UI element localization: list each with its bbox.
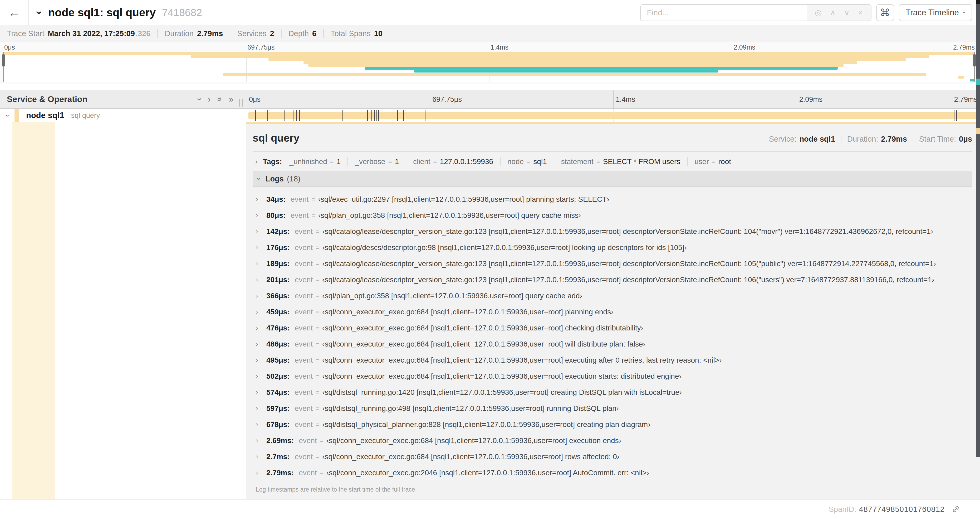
scrubber-handle[interactable] [973,54,976,67]
scrubber-handle[interactable] [2,54,5,67]
log-row[interactable]: ›574μs:event=‹sql/distsql_running.go:142… [256,384,972,400]
equals-sign: = [316,228,319,235]
stat-value: March 31 2022, 17:25:09 [48,29,135,38]
prev-result-icon[interactable]: ∧ [830,8,836,17]
log-timestamp: 476μs: [266,324,290,332]
log-marker[interactable] [378,110,379,121]
tags-accordion[interactable]: › Tags: _unfinished=1_verbose=1client=12… [253,152,972,171]
collapse-one-icon[interactable]: › [196,98,204,101]
log-expand-icon[interactable]: › [256,292,262,299]
tag-key: _unfinished [290,157,327,166]
span-detail-title: sql query [253,132,299,144]
log-field-value: ‹sql/catalog/lease/descriptor_version_st… [322,227,933,236]
log-row[interactable]: ›502μs:event=‹sql/conn_executor_exec.go:… [256,368,972,384]
trace-collapse-icon[interactable]: › [34,11,46,14]
locate-icon[interactable]: ◎ [815,8,822,17]
log-timestamp: 34μs: [266,195,286,204]
collapse-all-icon[interactable]: » [216,97,224,101]
log-marker[interactable] [425,110,425,121]
log-expand-icon[interactable]: › [256,341,262,347]
log-row[interactable]: ›176μs:event=‹sql/catalog/descs/descript… [256,240,972,256]
log-field-name: event [295,260,313,268]
view-options-button[interactable]: Trace Timeline › [899,4,972,21]
log-row[interactable]: ›459μs:event=‹sql/conn_executor_exec.go:… [256,304,972,320]
log-expand-icon[interactable]: › [256,276,262,283]
clear-search-icon[interactable]: × [858,8,863,17]
log-expand-icon[interactable]: › [256,469,262,476]
keyboard-shortcuts-button[interactable]: ⌘ [876,4,894,21]
expand-one-icon[interactable]: › [208,95,210,103]
log-timestamps-note: Log timestamps are relative to the start… [256,486,972,493]
log-expand-icon[interactable]: › [256,357,262,363]
log-marker[interactable] [397,110,398,121]
log-field-value: ‹sql/conn_executor_exec.go:684 [nsql1,cl… [322,356,722,364]
find-input[interactable] [641,5,807,21]
log-expand-icon[interactable]: › [256,244,262,251]
log-expand-icon[interactable]: › [256,454,262,460]
log-expand-icon[interactable]: › [256,373,262,380]
log-row[interactable]: ›2.7ms:event=‹sql/conn_executor_exec.go:… [256,449,972,465]
log-marker[interactable] [954,110,955,121]
log-marker[interactable] [293,110,293,121]
divider [406,157,406,166]
log-expand-icon[interactable]: › [256,389,262,396]
stat-label: Total Spans [331,29,371,38]
log-marker[interactable] [371,110,372,121]
log-marker[interactable] [255,110,256,121]
log-marker[interactable] [284,110,285,121]
log-row[interactable]: ›597μs:event=‹sql/distsql_running.go:498… [256,400,972,417]
log-field-name: event [295,340,313,348]
log-row[interactable]: ›366μs:event=‹sql/plan_opt.go:358 [nsql1… [256,288,972,304]
span-bar-area[interactable] [246,109,980,122]
log-expand-icon[interactable]: › [256,421,262,428]
equals-sign: = [433,158,437,166]
log-marker[interactable] [367,110,368,121]
log-marker[interactable] [342,110,343,121]
log-row[interactable]: ›495μs:event=‹sql/conn_executor_exec.go:… [256,352,972,368]
tag-value: SELECT * FROM users [603,157,681,166]
viewport-scrubber-right[interactable] [974,52,975,82]
back-button[interactable]: ← [0,0,29,25]
log-row[interactable]: ›201μs:event=‹sql/catalog/lease/descript… [256,271,972,288]
log-row[interactable]: ›476μs:event=‹sql/conn_executor_exec.go:… [256,320,972,336]
span-operation-name: sql query [71,112,100,120]
log-marker[interactable] [296,110,297,121]
log-row[interactable]: ›678μs:event=‹sql/distsql_physical_plann… [256,417,972,433]
log-row[interactable]: ›142μs:event=‹sql/catalog/lease/descript… [256,224,972,240]
trace-stat: Services2 [237,29,274,38]
log-expand-icon[interactable]: › [256,260,262,267]
log-expand-icon[interactable]: › [256,308,262,315]
column-resizer[interactable] [239,99,243,107]
log-expand-icon[interactable]: › [256,325,262,331]
log-field-value: ‹sql/exec_util.go:2297 [nsql1,client=127… [318,195,609,204]
expand-all-icon[interactable]: » [229,95,234,103]
log-marker[interactable] [267,110,268,121]
trace-id: 7418682 [162,7,202,18]
span-collapse-icon[interactable]: › [4,115,11,117]
log-field-name: event [295,243,313,252]
viewport-scrubber-left[interactable] [3,52,4,82]
log-expand-icon[interactable]: › [256,437,262,444]
log-expand-icon[interactable]: › [256,228,262,235]
minimap-canvas[interactable] [3,52,975,82]
log-marker[interactable] [299,110,300,121]
log-expand-icon[interactable]: › [256,196,262,203]
log-marker[interactable] [374,110,375,121]
log-marker[interactable] [403,110,404,121]
log-row[interactable]: ›2.69ms:event=‹sql/conn_executor_exec.go… [256,433,972,449]
log-expand-icon[interactable]: › [256,405,262,412]
log-row[interactable]: ›2.79ms:event=‹sql/conn_executor_exec.go… [256,465,972,481]
log-row[interactable]: ›486μs:event=‹sql/conn_executor_exec.go:… [256,336,972,352]
log-row[interactable]: ›80μs:event=‹sql/plan_opt.go:358 [nsql1,… [256,207,972,224]
log-expand-icon[interactable]: › [256,212,262,219]
log-row[interactable]: ›34μs:event=‹sql/exec_util.go:2297 [nsql… [256,191,972,207]
span-row[interactable]: › node sql1 sql query [0,109,980,122]
log-marker[interactable] [377,110,377,121]
logs-accordion-header[interactable]: › Logs (18) [253,171,972,187]
stat-value: 2 [270,29,274,38]
next-result-icon[interactable]: ∨ [844,8,850,17]
divider [323,29,324,38]
log-marker[interactable] [956,110,957,121]
deep-link-icon[interactable] [951,505,961,514]
log-row[interactable]: ›189μs:event=‹sql/catalog/lease/descript… [256,256,972,271]
